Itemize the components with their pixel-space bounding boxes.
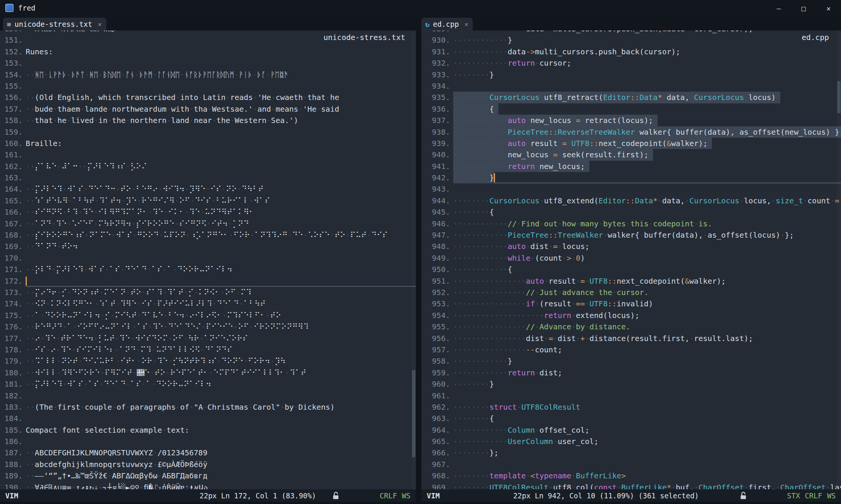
code-line[interactable]: 945.········{ bbox=[421, 206, 841, 218]
code-line[interactable]: 155. bbox=[0, 80, 416, 92]
line-number: 151. bbox=[0, 34, 23, 46]
code-line[interactable]: 153. bbox=[0, 57, 416, 69]
code-line[interactable]: 947.············PieceTree::TreeWalker·wa… bbox=[421, 229, 841, 241]
close-button[interactable]: ✕ bbox=[816, 0, 841, 16]
code-line[interactable]: 167.··⠁⠝⠙·⠹⠑·⠡⠊⠑⠋·⠍⠳⠗⠝⠻⠲·⡎⠊⠗⠕⠕⠛⠑·⠎⠊⠛⠝⠫·⠊… bbox=[0, 218, 416, 229]
code-line[interactable]: 956.················dist·=·dist·+·distan… bbox=[421, 333, 841, 344]
code-line[interactable]: 168.··⡎⠊⠗⠕⠕⠛⠑⠰⠎·⠝⠁⠍⠑·⠺⠁⠎·⠛⠕⠕⠙·⠥⠏⠕⠝·⠰⡡⠁⠝⠛… bbox=[0, 229, 416, 241]
code-line[interactable]: 183.··(The·first·couple·of·paragraphs·of… bbox=[0, 401, 416, 413]
code-line[interactable]: 156.··(Old·English,·which·transcribed·in… bbox=[0, 92, 416, 103]
code-line[interactable]: 166.··⠎⠊⠛⠝⠫·⠃⠹·⠹⠑·⠊⠇⠻⠛⠹⠍⠁⠝⠂·⠹⠑·⠊⠅⠂·⠹⠑·⠥⠝… bbox=[0, 206, 416, 218]
code-line[interactable]: 962.········struct·UTF8ColResult bbox=[421, 401, 841, 413]
code-line[interactable]: 158.··that·he·lived·in·the·northern·land… bbox=[0, 115, 416, 126]
code-line[interactable]: 182. bbox=[0, 390, 416, 401]
code-line[interactable]: 189.··–—‘“”„†•…‰™œŠŸž€·ΑΒΓΔΩαβγδω·АБВГДа… bbox=[0, 470, 416, 481]
code-line[interactable]: 154.··ᚻᛖ·ᚳᚹᚫᚦ·ᚦᚫᛏ·ᚻᛖ·ᛒᚢᛞᛖ·ᚩᚾ·ᚦᚫᛗ·ᛚᚪᚾᛞᛖ·ᚾ… bbox=[0, 69, 416, 80]
code-line[interactable]: 935.········CursorLocus·utf8_retract(Edi… bbox=[421, 92, 841, 103]
code-line[interactable]: 187.··ABCDEFGHIJKLMNOPQRSTUVWXYZ·/012345… bbox=[0, 447, 416, 458]
right-editor-pane[interactable]: ed.cpp 929.················data->multi_c… bbox=[421, 31, 841, 489]
code-line[interactable]: 960.········} bbox=[421, 378, 841, 390]
code-line[interactable]: 967. bbox=[421, 459, 841, 470]
tab-unicode-stress-txt[interactable]: ≡ unicode-stress.txt ✕ bbox=[3, 18, 106, 31]
left-editor-pane[interactable]: unicode-stress.txt 150.··እግርህን·በፍራሽህ·ልክ·… bbox=[0, 31, 416, 489]
line-number: 176. bbox=[0, 321, 23, 332]
unlocked-icon[interactable] bbox=[332, 491, 340, 500]
code-line[interactable]: 953.················if·(result·==·UTF8::… bbox=[421, 298, 841, 309]
code-line[interactable]: 175.··⠁·⠙⠕⠕⠗⠤⠝⠁⠊⠇⠲·⡊·⠍⠊⠣⠞·⠙⠁⠧⠑·⠃⠑⠲·⠔⠊⠇⠔⠫… bbox=[0, 310, 416, 321]
code-line[interactable]: 176.··⠗⠑⠛⠜⠙·⠁·⠊⠕⠋⠋⠔⠤⠝⠁⠊⠇·⠁⠎·⠹⠑·⠙⠑⠁⠙⠑⠌·⠏⠊… bbox=[0, 321, 416, 332]
code-line[interactable]: 160.Braille: bbox=[0, 138, 416, 149]
code-line[interactable]: 181.··⡍⠜⠇⠑⠹·⠺⠁⠎·⠁⠎·⠙⠑⠁⠙·⠁⠎·⠁·⠙⠕⠕⠗⠤⠝⠁⠊⠇⠲ bbox=[0, 378, 416, 390]
code-line[interactable]: 180.··⠺⠊⠇⠇·⠹⠻⠑⠋⠕⠗⠑·⠏⠻⠍⠊⠞·🠍⠑·⠞⠕·⠗⠑⠏⠑⠁⠞⠂·⠑… bbox=[0, 367, 416, 378]
code-line[interactable]: 174.··⠪⠝·⠅⠝⠪⠇⠫⠛⠑⠂·⠱⠁⠞·⠹⠻⠑·⠊⠎·⠏⠜⠞⠊⠊⠥⠇⠜⠇⠹·… bbox=[0, 298, 416, 309]
code-line[interactable]: 186. bbox=[0, 436, 416, 447]
maximize-button[interactable]: □ bbox=[791, 0, 816, 16]
code-line[interactable]: 152.Runes: bbox=[0, 46, 416, 57]
code-line[interactable]: 944.········CursorLocus·utf8_extend(Edit… bbox=[421, 195, 841, 206]
code-line[interactable]: 954.····················return·extend(lo… bbox=[421, 310, 841, 321]
code-line[interactable]: 188.··abcdefghijklmnopqrstuvwxyz·£©µÀÆÖÞ… bbox=[0, 459, 416, 470]
tab-close-icon[interactable]: ✕ bbox=[98, 20, 101, 28]
scrollbar-track[interactable] bbox=[837, 31, 841, 489]
code-line[interactable]: 165.··⠱⠁⠞⠑⠧⠻·⠁⠃⠳⠞·⠹⠁⠞⠲·⡹⠑·⠗⠑⠛⠊⠌⠻·⠕⠋·⠙⠊⠎·… bbox=[0, 195, 416, 206]
code-line[interactable]: 936.········{ bbox=[421, 103, 841, 115]
code-line[interactable]: 955.················//·Advance·by·distan… bbox=[421, 321, 841, 332]
line-number: 165. bbox=[0, 195, 23, 206]
code-line[interactable]: 184. bbox=[0, 413, 416, 424]
code-line[interactable]: 952.················//·Just·advance·the·… bbox=[421, 287, 841, 298]
line-number: 187. bbox=[0, 447, 23, 458]
scrollbar-thumb[interactable] bbox=[412, 370, 415, 457]
code-line[interactable]: 950.············{ bbox=[421, 264, 841, 275]
code-line[interactable]: 966.········}; bbox=[421, 447, 841, 458]
code-line[interactable]: 170. bbox=[0, 252, 416, 264]
code-line[interactable]: 964.············Column·offset_col; bbox=[421, 424, 841, 436]
code-line[interactable]: 172. bbox=[0, 275, 416, 287]
code-line[interactable]: 961. bbox=[421, 390, 841, 401]
code-line[interactable]: 940.············new_locus·=·seek(result.… bbox=[421, 149, 841, 160]
code-line[interactable]: 930.············} bbox=[421, 34, 841, 46]
code-line[interactable]: 949.············while·(count·>·0) bbox=[421, 252, 841, 264]
code-line[interactable]: 969.········UTF8ColResult·utf8_col(const… bbox=[421, 482, 841, 489]
code-line[interactable]: 965.············UserColumn·user_col; bbox=[421, 436, 841, 447]
code-line[interactable]: 169.··⠙⠁⠝⠙·⠞⠕⠲ bbox=[0, 241, 416, 252]
code-line[interactable]: 937.············auto·new_locus·=·retract… bbox=[421, 115, 841, 126]
code-line[interactable]: 190.··∀∂∈ℝ∧∪≡∞·↑↗↨↻⇣·┐┼╔╘░►☺♀·ﬁ�⑀₂ἠḂӥẄɐː… bbox=[0, 482, 416, 489]
code-line[interactable]: 173.··⡍⠔⠙⠖·⡊·⠙⠕⠝⠰⠞·⠍⠑⠁⠝·⠞⠕·⠎⠁⠹·⠹⠁⠞·⡊·⠅⠝⠪… bbox=[0, 287, 416, 298]
code-line[interactable]: 178.··⠊⠎·⠔·⠹⠑·⠎⠊⠍⠊⠇⠑⠆·⠁⠝⠙·⠍⠹·⠥⠝⠙⠁⠇⠇⠪⠫·⠙⠁… bbox=[0, 344, 416, 355]
code-line[interactable]: 929.················data->multi_cursors.… bbox=[421, 31, 841, 34]
code-line[interactable]: 157.··bude·thaem·lande·northweardum·with… bbox=[0, 103, 416, 115]
code-line[interactable]: 948.············auto·dist·=·locus; bbox=[421, 241, 841, 252]
code-line[interactable]: 164.··⡍⠜⠇⠑⠹·⠺⠁⠎·⠙⠑⠁⠙⠒·⠞⠕·⠃⠑⠛⠔·⠺⠊⠹⠲·⡹⠻⠑·⠊… bbox=[0, 183, 416, 195]
code-line[interactable]: 161. bbox=[0, 149, 416, 160]
code-line[interactable]: 163. bbox=[0, 172, 416, 183]
code-line[interactable]: 946.············//·Find·out·how·many·byt… bbox=[421, 218, 841, 229]
code-line[interactable]: 932.············return·cursor; bbox=[421, 57, 841, 69]
code-line[interactable]: 968.········template·<typename·BufferLik… bbox=[421, 470, 841, 481]
minimize-button[interactable]: — bbox=[766, 0, 791, 16]
code-line[interactable]: 958.············} bbox=[421, 355, 841, 367]
code-line[interactable]: 942.········} bbox=[421, 172, 841, 183]
tab-ed-cpp[interactable]: ↻ ed.cpp ✕ bbox=[421, 18, 473, 31]
code-line[interactable]: 943. bbox=[421, 183, 841, 195]
code-line[interactable]: 963.········{ bbox=[421, 413, 841, 424]
code-line[interactable]: 933.········} bbox=[421, 69, 841, 80]
code-line[interactable]: 938.············PieceTree::ReverseTreeWa… bbox=[421, 126, 841, 138]
code-line[interactable]: 939.············auto·result·=·UTF8::next… bbox=[421, 138, 841, 149]
line-number: 158. bbox=[0, 115, 23, 126]
unlocked-icon[interactable] bbox=[739, 491, 747, 500]
code-line[interactable]: 931.············data->multi_cursors.push… bbox=[421, 46, 841, 57]
scrollbar-track[interactable] bbox=[412, 31, 416, 489]
code-line[interactable]: 941.············return·new_locus; bbox=[421, 161, 841, 172]
scrollbar-thumb[interactable] bbox=[837, 81, 841, 113]
code-line[interactable]: 171.··⡕⠇⠙·⡍⠜⠇⠑⠹·⠺⠁⠎·⠁⠎·⠙⠑⠁⠙·⠁⠎·⠁·⠙⠕⠕⠗⠤⠝⠁… bbox=[0, 264, 416, 275]
code-line[interactable]: 959.············return·dist; bbox=[421, 367, 841, 378]
code-line[interactable]: 177.··⠔·⠹⠑·⠞⠗⠁⠙⠑⠲·⡃⠥⠞·⠹⠑·⠺⠊⠎⠙⠕⠍·⠕⠋·⠳⠗·⠁⠝… bbox=[0, 333, 416, 344]
code-line[interactable]: 934. bbox=[421, 80, 841, 92]
code-line[interactable]: 159. bbox=[0, 126, 416, 138]
code-line[interactable]: 179.··⠩⠁⠇⠇·⠝⠕⠞·⠙⠊⠌⠥⠗⠃·⠊⠞⠂·⠕⠗·⠹⠑·⡊⠳⠝⠞⠗⠹⠰⠎… bbox=[0, 355, 416, 367]
code-line[interactable]: 185.Compact·font·selection·example·text: bbox=[0, 424, 416, 436]
code-line[interactable]: 957.················--count; bbox=[421, 344, 841, 355]
code-line[interactable]: 951.················auto·result·=·UTF8::… bbox=[421, 275, 841, 287]
code-line[interactable]: 162.··⡌⠁⠧⠑·⠼⠁⠒··⡍⠜⠇⠑⠹⠰⠎·⡣⠕⠌ bbox=[0, 161, 416, 172]
tab-close-icon[interactable]: ✕ bbox=[464, 20, 468, 28]
